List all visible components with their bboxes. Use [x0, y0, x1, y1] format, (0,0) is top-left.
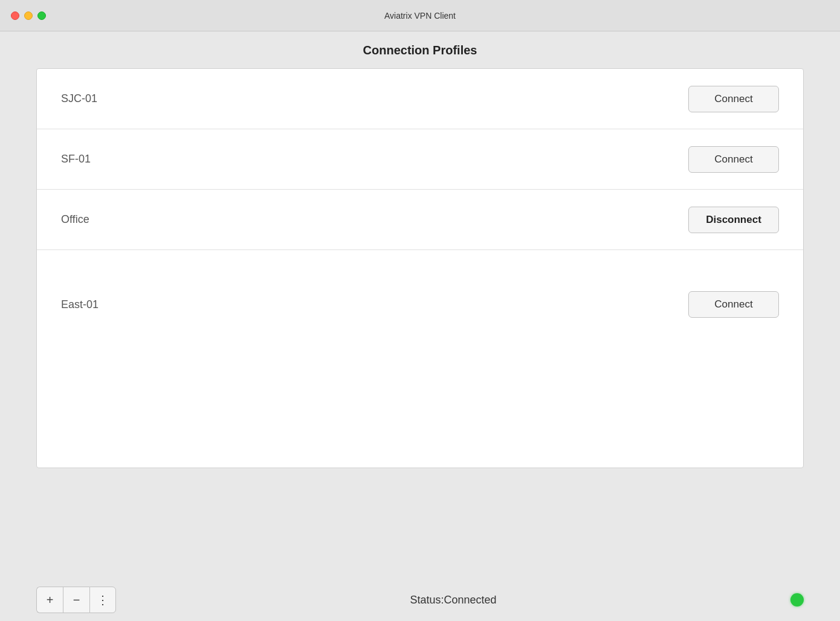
connect-button-sf-01[interactable]: Connect — [688, 146, 779, 173]
more-options-button[interactable]: ⋮ — [89, 587, 116, 613]
status-label: Status:Connected — [410, 594, 496, 607]
status-dot — [790, 593, 804, 607]
profile-name-east-01: East-01 — [61, 298, 99, 311]
profile-row-east-01: East-01Connect — [37, 250, 803, 359]
empty-row — [37, 359, 803, 468]
footer: + − ⋮ Status:Connected — [0, 579, 840, 621]
profiles-list: SJC-01ConnectSF-01ConnectOfficeDisconnec… — [36, 68, 804, 468]
main-content: Connection Profiles SJC-01ConnectSF-01Co… — [0, 31, 840, 579]
maximize-button[interactable] — [37, 11, 46, 20]
add-profile-button[interactable]: + — [36, 587, 63, 613]
connect-button-east-01[interactable]: Connect — [688, 291, 779, 318]
status-indicator — [790, 593, 804, 607]
profile-name-sjc-01: SJC-01 — [61, 92, 97, 105]
close-button[interactable] — [11, 11, 19, 20]
minimize-button[interactable] — [24, 11, 33, 20]
footer-controls: + − ⋮ — [36, 587, 116, 613]
window-controls — [11, 11, 46, 20]
window-title: Aviatrix VPN Client — [384, 11, 456, 21]
profile-name-sf-01: SF-01 — [61, 153, 91, 166]
profile-row-sjc-01: SJC-01Connect — [37, 69, 803, 129]
remove-profile-button[interactable]: − — [63, 587, 89, 613]
profile-row-office: OfficeDisconnect — [37, 190, 803, 250]
disconnect-button-office[interactable]: Disconnect — [688, 207, 779, 233]
page-title: Connection Profiles — [363, 43, 477, 57]
title-bar: Aviatrix VPN Client — [0, 0, 840, 31]
profile-name-office: Office — [61, 213, 89, 226]
connect-button-sjc-01[interactable]: Connect — [688, 86, 779, 112]
profile-row-sf-01: SF-01Connect — [37, 129, 803, 190]
